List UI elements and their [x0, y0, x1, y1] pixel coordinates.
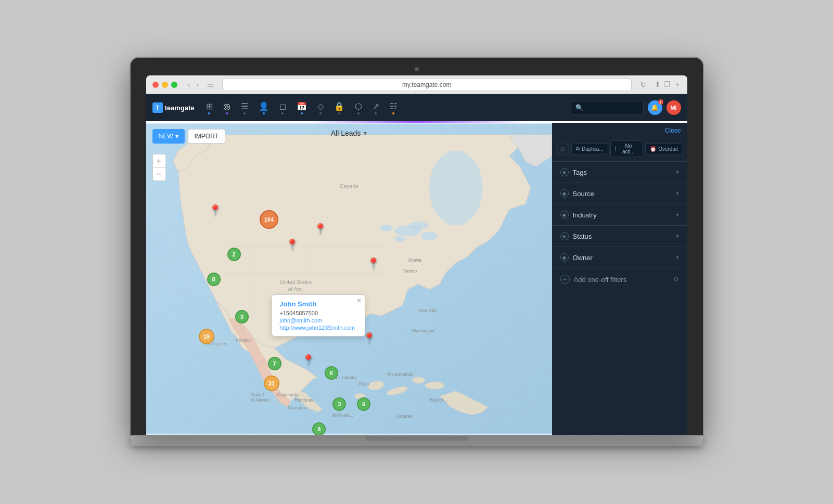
filter-row-owner[interactable]: ◉ Owner ▾ [552, 247, 687, 268]
svg-point-8 [380, 225, 393, 231]
filter-row-source[interactable]: ◉ Source ▾ [552, 183, 687, 204]
svg-text:Honduras: Honduras [294, 398, 313, 403]
filter-row-tags[interactable]: ⊕ Tags ▾ [552, 162, 687, 183]
zoom-out-button[interactable]: − [152, 167, 166, 181]
cluster-8[interactable]: 8 [207, 273, 221, 286]
reload-button[interactable]: ↻ [640, 81, 646, 89]
gear-icon[interactable]: ⚙ [673, 276, 679, 283]
popup-url[interactable]: http://www.john123Smith.com [279, 325, 357, 331]
cluster-2[interactable]: 2 [227, 248, 241, 261]
close-panel-button[interactable]: Close [665, 127, 681, 134]
status-filter-icon: ⊖ [560, 232, 569, 240]
map-pin[interactable]: 📍 [367, 257, 380, 269]
svg-text:United States: United States [279, 279, 312, 285]
svg-text:Phoenix: Phoenix [236, 338, 252, 343]
duplicate-button[interactable]: ⧉ Duplica... [571, 143, 608, 154]
add-filter-row[interactable]: + Add one-off filters ⚙ [552, 268, 687, 290]
filter-section: ⊕ Tags ▾ ◉ Source ▾ [552, 161, 687, 268]
cluster-8c[interactable]: 8 [312, 422, 326, 435]
sidebar-item-products[interactable]: 🔒 [329, 98, 350, 118]
import-icon: ↗ [373, 101, 379, 111]
nav-arrows: ‹ › [186, 80, 201, 90]
add-tab-icon[interactable]: ＋ [674, 80, 681, 89]
sidebar-item-calendar[interactable]: 📅 [291, 98, 312, 118]
tags-chevron-icon: ▾ [676, 169, 679, 176]
maximize-window-button[interactable] [171, 82, 177, 88]
close-window-button[interactable] [152, 82, 159, 88]
sidebar-item-contacts[interactable]: 👤 [253, 98, 274, 118]
browser-title-bar: ‹ › ▭ my.teamgate.com ↻ ⬆ ❐ ＋ [146, 75, 687, 94]
sidebar-item-import[interactable]: ↗ [367, 98, 385, 118]
svg-text:Ciudad: Ciudad [250, 393, 264, 397]
filter-row-status[interactable]: ⊖ Status ▾ [552, 226, 687, 247]
filter-row-industry[interactable]: ◉ Industry ▾ [552, 204, 687, 226]
industry-filter-label: Industry [573, 211, 597, 219]
app-logo: T teamgate [152, 102, 195, 113]
no-action-button[interactable]: ! No acti... [610, 140, 643, 157]
status-filter-label: Status [573, 232, 592, 240]
url-text: my.teamgate.com [402, 81, 451, 88]
svg-text:de México: de México [250, 398, 270, 403]
share-icon[interactable]: ⬆ [655, 80, 661, 89]
logo-text: teamgate [165, 104, 195, 112]
map-title: All Leads [331, 129, 361, 137]
svg-text:Repúbli...: Repúbli... [429, 398, 447, 403]
sidebar-item-list[interactable]: ☰ [236, 98, 253, 118]
duplicate-icon: ⧉ [576, 146, 580, 152]
notifications-button[interactable]: 🔔 1 [648, 100, 662, 115]
map-pin[interactable]: 📍 [286, 238, 299, 251]
back-button[interactable]: ‹ [186, 80, 193, 90]
sidebar-item-deals[interactable]: ◻ [274, 98, 291, 118]
map-pin[interactable]: 📍 [314, 223, 327, 235]
map-pin[interactable]: 📍 [302, 354, 315, 366]
sidebar-item-reports[interactable]: ⬡ [350, 98, 367, 118]
overdue-button[interactable]: ⏰ Overdue [645, 144, 683, 154]
popup-email[interactable]: john@smith.com [279, 317, 357, 324]
source-filter-label: Source [573, 190, 594, 198]
minimize-window-button[interactable] [162, 82, 168, 88]
exclamation-icon: ! [615, 146, 617, 152]
status-chevron-icon: ▾ [676, 232, 679, 240]
sidebar-item-settings[interactable]: ☷ [385, 98, 402, 118]
cluster-19[interactable]: 19 [199, 329, 214, 344]
sidebar-item-messages[interactable]: ◇ [312, 98, 329, 118]
map-title-dropdown[interactable]: ▾ [364, 130, 367, 137]
svg-text:Toronto: Toronto [402, 269, 417, 274]
sidebar-item-dashboard[interactable]: ⊞ [201, 98, 218, 118]
svg-text:Washington: Washington [412, 329, 434, 333]
cluster-6b[interactable]: 6 [357, 397, 370, 411]
import-button[interactable]: IMPORT [188, 129, 225, 144]
cluster-7b[interactable]: 7 [268, 357, 281, 370]
svg-point-3 [412, 377, 425, 383]
cluster-3[interactable]: 3 [235, 310, 249, 324]
forward-button[interactable]: › [194, 80, 201, 90]
address-bar[interactable]: my.teamgate.com [222, 79, 632, 91]
clock-icon: ⏰ [650, 146, 656, 152]
sidebar-item-map[interactable]: ◎ [218, 98, 236, 118]
app-nav-bar: T teamgate ⊞ ◎ [146, 94, 687, 121]
filter-label-group: ◉ Source [560, 189, 594, 198]
products-icon: 🔒 [334, 101, 344, 111]
zoom-in-button[interactable]: + [152, 154, 166, 167]
nav-dot [301, 112, 303, 114]
filter-label-group: ⊕ Tags [560, 168, 587, 176]
popup-close-button[interactable]: ✕ [356, 297, 362, 304]
cluster-104[interactable]: 104 [260, 210, 278, 229]
tags-filter-label: Tags [573, 169, 587, 176]
cluster-31[interactable]: 31 [264, 376, 279, 391]
nav-dot [392, 112, 394, 114]
new-button[interactable]: NEW ▾ [152, 129, 185, 144]
cluster-6a[interactable]: 6 [325, 366, 338, 380]
industry-chevron-icon: ▾ [676, 211, 679, 218]
star-button[interactable]: ☆ [556, 142, 570, 156]
search-icon: 🔍 [575, 104, 583, 111]
user-avatar[interactable]: MI [667, 100, 681, 115]
duplicate-tab-icon[interactable]: ❐ [664, 80, 671, 89]
search-bar[interactable]: 🔍 [571, 101, 644, 114]
laptop-base-notch [365, 435, 469, 441]
calendar-icon: 📅 [297, 101, 307, 111]
nav-dot [338, 112, 340, 114]
dashboard-icon: ⊞ [206, 101, 213, 111]
map-panel[interactable]: NEW ▾ IMPORT All Leads ▾ + [146, 123, 552, 435]
map-pin[interactable]: 📍 [209, 204, 222, 216]
